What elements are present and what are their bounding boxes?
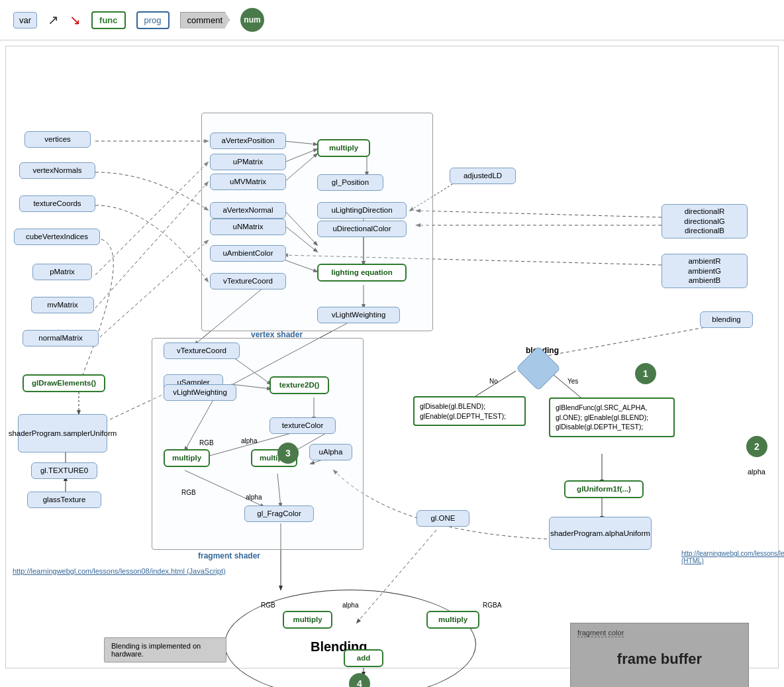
node-uAlpha: uAlpha <box>309 444 352 460</box>
node-uAmbientColor: uAmbientColor <box>210 245 286 262</box>
fragment-shader-label: fragment shader <box>198 551 260 560</box>
node-vTextureCoord-vs: vTextureCoord <box>210 273 286 290</box>
node-aVertexNormal: aVertexNormal <box>210 202 286 219</box>
node-vLightWeighting-fs: vLightWeighting <box>164 384 236 401</box>
legend-prog: prog <box>136 11 170 29</box>
node-vTextureCoord-fs: vTextureCoord <box>164 343 240 359</box>
legend-func: func <box>91 11 125 29</box>
node-uMVMatrix: uMVMatrix <box>210 174 286 190</box>
node-directionalRGB: directionalR directionalG directionalB <box>662 204 748 238</box>
legend-comment: comment <box>180 12 230 28</box>
node-glUniform1f: glUniform1f(...) <box>564 480 644 498</box>
legend-arrow-black: ↗ <box>48 12 59 28</box>
node-glDisable: glDisable(gl.BLEND); glEnable(gl.DEPTH_T… <box>413 396 526 426</box>
node-textureCoords: textureCoords <box>19 195 95 212</box>
node-add: add <box>344 649 383 667</box>
node-num2: 2 <box>746 436 767 457</box>
label-yes: Yes <box>567 378 578 385</box>
label-alpha-3: alpha <box>748 468 765 476</box>
node-cubeVertexIndices: cubeVertexIndices <box>14 229 100 245</box>
node-num3: 3 <box>277 443 299 464</box>
node-blending-right: blending <box>700 311 753 328</box>
legend-num: num <box>240 8 264 32</box>
node-normalMatrix: normalMatrix <box>23 330 99 346</box>
node-textureColor: textureColor <box>270 417 336 434</box>
node-gl_FragColor: gl_FragColor <box>244 505 314 522</box>
node-uDirectionalColor: uDirectionalColor <box>317 221 407 237</box>
svg-line-18 <box>416 211 662 217</box>
legend-bar: var ↗ ↘ func prog comment num <box>0 0 784 40</box>
node-uPMatrix: uPMatrix <box>210 154 286 170</box>
node-gl_Position: gl_Position <box>317 174 383 191</box>
blend-note: Blending is implemented on hardware. <box>104 637 226 662</box>
label-rgb-1: RGB <box>199 439 214 447</box>
node-adjustedLD: adjustedLD <box>450 168 516 184</box>
node-ambientRGB: ambientR ambientG ambientB <box>662 254 748 288</box>
node-uNMatrix: uNMatrix <box>210 219 286 235</box>
node-multiply1: multiply <box>317 139 370 157</box>
node-multiply4: multiply <box>283 611 332 629</box>
node-vLightWeighting-vs: vLightWeighting <box>317 307 400 323</box>
label-rgb-2: RGB <box>181 489 196 496</box>
node-shaderProgramAlpha: shaderProgram.alphaUniform <box>549 517 652 550</box>
label-rgb-blend: RGB <box>261 602 275 609</box>
node-vertices: vertices <box>24 131 91 148</box>
link-js[interactable]: http://learningwebgl.com/lessons/lesson0… <box>13 566 226 576</box>
node-glTexture0: gl.TEXTURE0 <box>31 462 97 479</box>
node-texture2D: texture2D() <box>270 376 329 394</box>
legend-var: var <box>13 12 37 28</box>
svg-line-1 <box>95 162 208 275</box>
node-multiply5: multiply <box>426 611 479 629</box>
svg-line-3 <box>95 240 208 341</box>
svg-line-2 <box>95 182 208 308</box>
fragment-color-label: fragment color <box>577 629 624 637</box>
link-html[interactable]: http://learningwebgl.com/lessons/lesson0… <box>681 550 777 564</box>
node-mvMatrix: mvMatrix <box>31 297 94 313</box>
node-shaderProgram: shaderProgram.samplerUniform <box>18 414 107 452</box>
node-uLightingDirection: uLightingDirection <box>317 202 407 219</box>
label-rgba-blend: RGBA <box>483 602 501 609</box>
node-aVertexPosition: aVertexPosition <box>210 132 286 149</box>
node-lightingEquation: lighting equation <box>317 264 407 282</box>
frame-buffer: fragment color frame buffer <box>570 623 749 687</box>
label-alpha-2: alpha <box>246 494 262 501</box>
node-multiply2: multiply <box>164 449 210 467</box>
node-glONE: gl.ONE <box>416 510 469 527</box>
label-alpha-1: alpha <box>241 437 257 445</box>
node-pMatrix: pMatrix <box>32 264 92 280</box>
frame-buffer-label: frame buffer <box>617 651 702 668</box>
node-vertexNormals: vertexNormals <box>19 162 95 179</box>
label-no: No <box>489 378 498 385</box>
node-glBlendFunc: glBlendFunc(gl.SRC_ALPHA, gl.ONE); glEna… <box>549 397 675 437</box>
main-diagram: vertices vertexNormals textureCoords cub… <box>5 46 779 668</box>
node-glassTexture: glassTexture <box>27 492 101 508</box>
label-alpha-blend: alpha <box>342 602 358 609</box>
node-num1: 1 <box>635 363 656 384</box>
node-glDrawElements: glDrawElements() <box>23 374 105 392</box>
legend-arrow-red: ↘ <box>70 12 81 28</box>
svg-line-21 <box>536 323 728 358</box>
